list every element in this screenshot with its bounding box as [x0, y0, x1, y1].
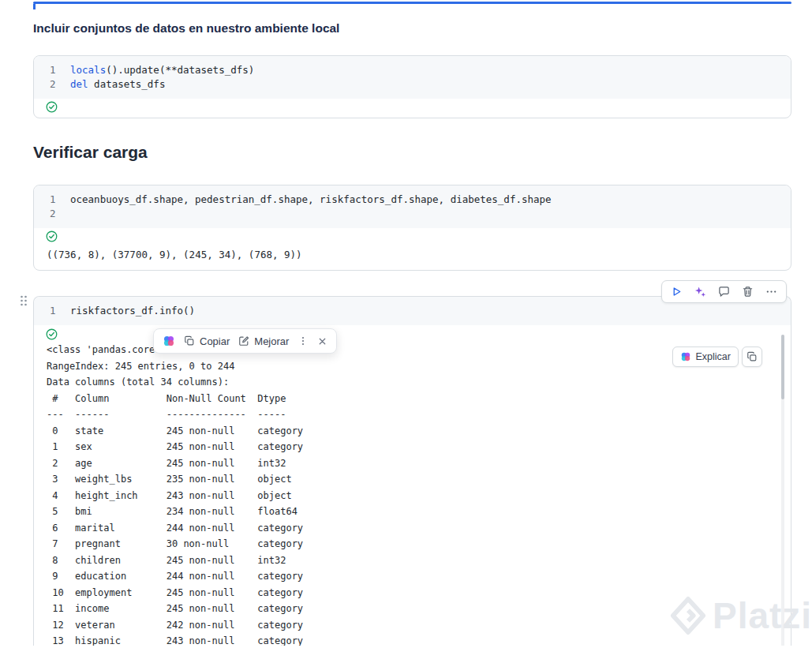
column-cell: hispanic: [75, 633, 167, 646]
section-heading-verify: Verificar carga: [33, 143, 791, 162]
count-cell: 245 non-null: [167, 455, 258, 472]
copy-button[interactable]: Copiar: [184, 335, 230, 347]
dtype-cell: -----: [257, 406, 286, 423]
code-token-plain: ().update(**datasets_dfs): [106, 64, 254, 76]
info-table-row: 13hispanic243 non-nullcategory: [47, 633, 778, 646]
info-table-row: 6marital244 non-nullcategory: [47, 520, 778, 537]
drag-handle-icon[interactable]: [20, 294, 28, 310]
notebook-page: Incluir conjuntos de datos en nuestro am…: [33, 0, 791, 646]
idx-cell: 2: [47, 455, 75, 472]
info-cell-wrapper: 1riskfactors_df.info() <class 'pandas.co…: [33, 296, 791, 646]
idx-cell: 6: [47, 520, 75, 537]
info-table-row: 4height_inch243 non-nullobject: [47, 488, 778, 504]
info-table-row: 11income245 non-nullcategory: [47, 601, 778, 617]
count-cell: 245 non-null: [167, 585, 258, 601]
explain-button[interactable]: Explicar: [672, 346, 739, 367]
info-table-row: 9education244 non-nullcategory: [47, 568, 778, 585]
idx-cell: 9: [47, 568, 75, 585]
code-token-keyword: del: [70, 78, 88, 90]
column-cell: education: [75, 568, 167, 585]
line-number: 2: [34, 207, 70, 221]
info-table-row: 7pregnant30 non-nullcategory: [47, 536, 778, 552]
info-table-row: 2age245 non-nullint32: [47, 455, 778, 472]
dtype-cell: category: [257, 585, 303, 601]
code-line[interactable]: 1locals().update(**datasets_dfs): [34, 63, 781, 77]
idx-cell: 8: [47, 552, 75, 569]
column-cell: veteran: [75, 617, 167, 634]
code-line[interactable]: 2del datasets_dfs: [34, 77, 781, 92]
line-number: 2: [34, 77, 70, 92]
column-cell: bmi: [75, 504, 167, 520]
idx-cell: 5: [47, 504, 75, 520]
code-text: del datasets_dfs: [70, 77, 165, 92]
idx-cell: ---: [47, 406, 75, 423]
dtype-cell: category: [257, 423, 303, 440]
info-table-separator-row: ----------------------------: [47, 406, 778, 423]
dtype-cell: category: [257, 536, 303, 552]
idx-cell: 10: [47, 585, 75, 601]
column-cell: pregnant: [75, 536, 167, 552]
info-table-row: 10employment245 non-nullcategory: [47, 585, 778, 601]
code-line[interactable]: 1oceanbuoys_df.shape, pedestrian_df.shap…: [34, 193, 781, 207]
idx-cell: 3: [47, 471, 75, 488]
code-line[interactable]: 1riskfactors_df.info(): [34, 304, 781, 318]
cell-status-row: [34, 228, 791, 247]
cell-status-row: [34, 99, 791, 118]
ai-assistant-icon: [680, 351, 691, 362]
scrollbar[interactable]: [781, 335, 784, 399]
count-cell: 245 non-null: [167, 423, 258, 440]
column-cell: weight_lbs: [75, 471, 167, 488]
improve-button[interactable]: Mejorar: [238, 335, 289, 347]
ai-sparkle-button[interactable]: [694, 286, 706, 298]
more-actions-button[interactable]: [765, 286, 777, 298]
count-cell: 245 non-null: [167, 439, 258, 455]
idx-cell: 0: [47, 423, 75, 440]
line-number: 1: [34, 193, 70, 207]
idx-cell: 4: [47, 488, 75, 504]
code-line[interactable]: 2: [34, 207, 781, 221]
idx-cell: 11: [47, 601, 75, 617]
execution-success-icon: [46, 101, 58, 113]
code-cell-shapes: 1oceanbuoys_df.shape, pedestrian_df.shap…: [33, 185, 791, 271]
idx-cell: 1: [47, 439, 75, 455]
idx-cell: #: [47, 391, 75, 407]
code-token-plain: datasets_dfs: [88, 78, 166, 90]
popup-more-options-button[interactable]: [297, 335, 309, 346]
dtype-cell: category: [257, 568, 303, 585]
column-cell: state: [75, 423, 167, 440]
info-table-row: 0state245 non-nullcategory: [47, 423, 778, 440]
count-cell: 235 non-null: [167, 471, 258, 488]
cell-output-text: ((736, 8), (37700, 9), (245, 34), (768, …: [34, 247, 791, 270]
execution-success-icon: [46, 230, 58, 242]
column-cell: Column: [75, 391, 167, 407]
count-cell: --------------: [167, 406, 258, 423]
code-editor[interactable]: 1locals().update(**datasets_dfs) 2del da…: [34, 56, 791, 99]
idx-cell: 13: [47, 633, 75, 646]
dtype-cell: category: [257, 601, 303, 617]
dtype-cell: category: [257, 633, 303, 646]
delete-cell-button[interactable]: [742, 286, 754, 298]
cell-separator-line: [33, 2, 791, 4]
count-cell: 243 non-null: [167, 488, 258, 504]
run-cell-button[interactable]: [671, 286, 683, 298]
info-table-row: 1sex245 non-nullcategory: [47, 439, 778, 455]
copy-label: Copiar: [200, 335, 230, 347]
output-actions: Explicar: [672, 346, 762, 367]
dtype-cell: object: [257, 488, 291, 504]
output-line: Data columns (total 34 columns):: [47, 374, 778, 391]
count-cell: 242 non-null: [167, 617, 258, 634]
output-line: RangeIndex: 245 entries, 0 to 244: [47, 358, 778, 375]
info-table-row: 3weight_lbs235 non-nullobject: [47, 471, 778, 488]
close-popup-button[interactable]: [317, 336, 327, 346]
cell-output: <class 'pandas.core. RangeIndex: 245 ent…: [34, 325, 791, 646]
improve-label: Mejorar: [254, 335, 289, 347]
copy-output-button[interactable]: [742, 346, 762, 367]
code-editor[interactable]: 1oceanbuoys_df.shape, pedestrian_df.shap…: [34, 185, 791, 228]
column-cell: employment: [75, 585, 167, 601]
improve-icon: [238, 335, 249, 346]
count-cell: 243 non-null: [167, 633, 258, 646]
comment-button[interactable]: [718, 286, 730, 298]
execution-success-icon: [46, 328, 58, 340]
count-cell: 245 non-null: [167, 601, 258, 617]
count-cell: 234 non-null: [167, 504, 258, 520]
